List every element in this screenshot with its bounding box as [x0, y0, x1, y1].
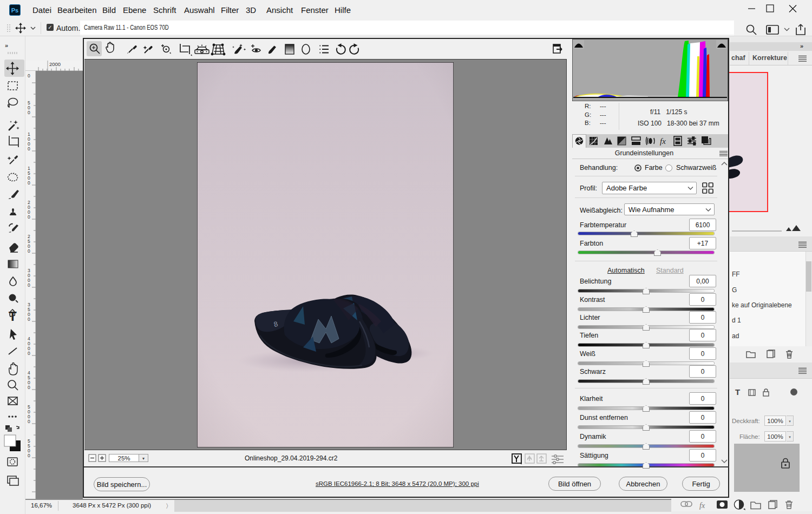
- svg-text:fx: fx: [660, 137, 666, 146]
- svg-text:0: 0: [28, 180, 30, 186]
- svg-text:0: 0: [28, 282, 30, 288]
- svg-text:0: 0: [28, 317, 30, 322]
- svg-text:0: 0: [28, 214, 30, 220]
- svg-text:0: 0: [28, 419, 30, 424]
- svg-text:0: 0: [28, 385, 30, 390]
- svg-text:0: 0: [28, 248, 30, 254]
- svg-text:2000: 2000: [49, 61, 61, 67]
- svg-text:fx: fx: [699, 502, 705, 510]
- svg-text:0: 0: [28, 110, 30, 115]
- svg-text:0: 0: [28, 351, 30, 356]
- svg-text:0: 0: [28, 73, 30, 78]
- svg-text:0: 0: [28, 453, 30, 458]
- svg-text:0: 0: [28, 146, 30, 151]
